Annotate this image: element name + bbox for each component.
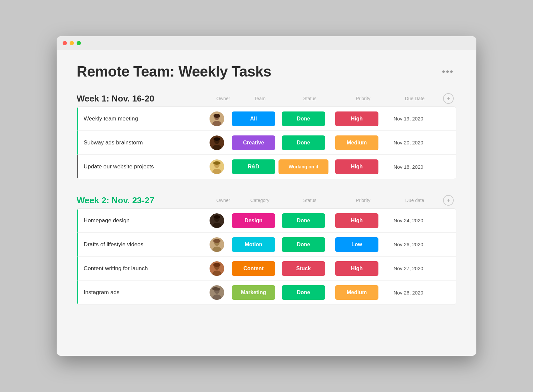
more-options-button[interactable]: ••• — [439, 65, 456, 78]
due-date: Nov 26, 2020 — [383, 242, 433, 247]
avatar-img — [210, 135, 224, 150]
avatar — [204, 261, 230, 276]
task-cols: Content Stuck High Nov 27, 2020 — [204, 261, 456, 276]
col-header-status-w2: Status — [283, 198, 336, 203]
priority-badge: Low — [335, 237, 378, 252]
priority-badge: High — [335, 159, 378, 174]
table-row[interactable]: Weekly team meeting — [77, 107, 456, 131]
table-row[interactable]: Update our website projects — [77, 155, 456, 179]
week2-col-headers: Owner Category Status Priority Due date — [210, 195, 456, 206]
task-cols: Design Done High Nov 24, 2020 — [204, 213, 456, 228]
task-name: Weekly team meeting — [84, 110, 197, 127]
team-badge: R&D — [232, 159, 275, 174]
close-dot[interactable] — [63, 41, 67, 45]
task-name: Drafts of lifestyle videos — [84, 236, 197, 253]
app-window: Remote Team: Weekly Tasks ••• Week 1: No… — [57, 36, 476, 356]
team-badge: Creative — [232, 135, 275, 150]
table-row[interactable]: Subway ads brainstorm — [77, 131, 456, 155]
status-badge: Stuck — [282, 261, 325, 276]
team-badge: All — [232, 111, 275, 126]
due-date: Nov 20, 2020 — [383, 140, 433, 145]
svg-point-23 — [213, 263, 221, 267]
status-badge: Done — [282, 135, 325, 150]
week1-rows: Weekly team meeting — [77, 106, 456, 179]
status-badge: Done — [282, 213, 325, 228]
page-title: Remote Team: Weekly Tasks — [77, 63, 271, 80]
status-badge: Done — [282, 237, 325, 252]
task-cols: R&D Working on it High Nov 18, 2020 — [204, 159, 456, 174]
avatar-img — [210, 111, 224, 126]
category-badge: Design — [232, 213, 275, 228]
col-header-owner-w2: Owner — [210, 198, 237, 203]
priority-badge: High — [335, 213, 378, 228]
col-header-date-w1: Due Date — [390, 96, 440, 101]
maximize-dot[interactable] — [77, 41, 81, 45]
table-row[interactable]: Homepage design — [77, 209, 456, 233]
due-date: Nov 18, 2020 — [383, 164, 433, 170]
status-badge: Done — [282, 111, 325, 126]
due-date: Nov 26, 2020 — [383, 290, 433, 295]
avatar — [204, 237, 230, 252]
avatar — [204, 159, 230, 174]
due-date: Nov 27, 2020 — [383, 266, 433, 271]
svg-point-7 — [214, 137, 220, 141]
avatar-img — [210, 261, 224, 276]
add-column-button-w2[interactable]: + — [443, 195, 454, 206]
col-header-date-w2: Due date — [390, 198, 440, 203]
week1-col-headers: Owner Team Status Priority Due Date — [210, 93, 456, 104]
main-content: Remote Team: Weekly Tasks ••• Week 1: No… — [57, 50, 476, 341]
titlebar — [57, 36, 476, 50]
week2-title: Week 2: Nov. 23-27 — [77, 195, 154, 205]
due-date: Nov 19, 2020 — [383, 116, 433, 121]
svg-point-3 — [214, 114, 220, 118]
task-name: Content writing for launch — [84, 260, 197, 277]
avatar — [204, 213, 230, 228]
avatar-img — [210, 285, 224, 300]
svg-point-19 — [213, 239, 221, 243]
priority-badge: Medium — [335, 135, 378, 150]
task-cols: Marketing Done Medium Nov 26, 2020 — [204, 285, 456, 300]
task-cols: Creative Done Medium Nov 20, 2020 — [204, 135, 456, 150]
task-name: Subway ads brainstorm — [84, 134, 197, 151]
svg-point-15 — [214, 215, 220, 219]
col-header-status-w1: Status — [283, 96, 336, 101]
page-header: Remote Team: Weekly Tasks ••• — [77, 63, 456, 80]
minimize-dot[interactable] — [70, 41, 74, 45]
col-header-priority-w1: Priority — [336, 96, 390, 101]
task-name: Homepage design — [84, 212, 197, 229]
avatar-img — [210, 159, 224, 174]
task-cols: Motion Done Low Nov 26, 2020 — [204, 237, 456, 252]
add-column-button-w1[interactable]: + — [443, 93, 454, 104]
status-badge: Working on it — [278, 159, 328, 174]
task-name: Update our website projects — [84, 158, 197, 175]
table-row[interactable]: Content writing for launch — [77, 257, 456, 281]
avatar — [204, 285, 230, 300]
avatar — [204, 135, 230, 150]
col-header-category-w2: Category — [237, 198, 283, 203]
avatar-img — [210, 237, 224, 252]
avatar-img — [210, 213, 224, 228]
svg-point-11 — [213, 161, 221, 165]
priority-badge: High — [335, 111, 378, 126]
week1-section: Week 1: Nov. 16-20 Owner Team Status — [77, 93, 456, 179]
week2-section: Week 2: Nov. 23-27 Owner Category Status — [77, 195, 456, 305]
priority-badge: High — [335, 261, 378, 276]
task-name: Instagram ads — [84, 284, 197, 301]
table-row[interactable]: Drafts of lifestyle videos — [77, 233, 456, 257]
category-badge: Motion — [232, 237, 275, 252]
avatar — [204, 111, 230, 126]
status-badge: Done — [282, 285, 325, 300]
svg-rect-28 — [215, 288, 220, 291]
category-badge: Content — [232, 261, 275, 276]
col-header-team-w1: Team — [237, 96, 283, 101]
table-row[interactable]: Instagram ads — [77, 281, 456, 304]
week2-rows: Homepage design — [77, 208, 456, 305]
col-header-owner-w1: Owner — [210, 96, 237, 101]
task-cols: All Done High Nov 19, 2020 — [204, 111, 456, 126]
week1-title: Week 1: Nov. 16-20 — [77, 94, 154, 103]
due-date: Nov 24, 2020 — [383, 218, 433, 223]
category-badge: Marketing — [232, 285, 275, 300]
week1-header-area: Week 1: Nov. 16-20 Owner Team Status — [77, 93, 456, 104]
priority-badge: Medium — [335, 285, 378, 300]
week2-header-area: Week 2: Nov. 23-27 Owner Category Status — [77, 195, 456, 206]
